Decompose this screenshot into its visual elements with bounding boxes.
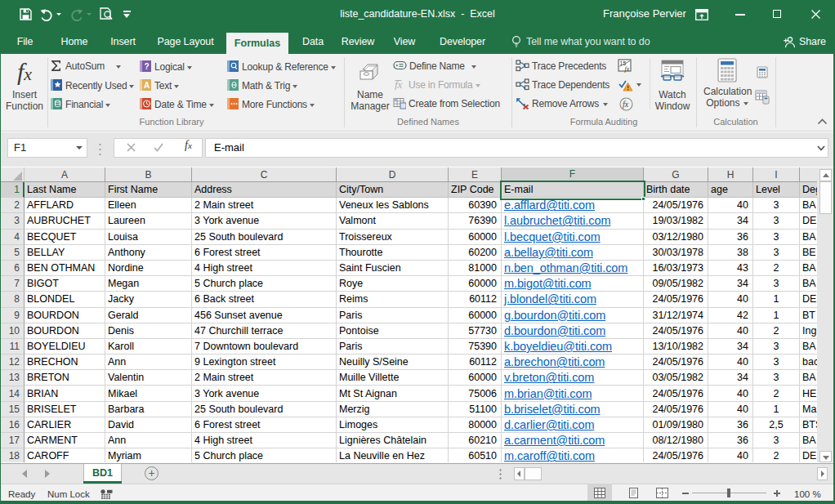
svg-text:fx: fx <box>623 100 629 109</box>
svg-text:A: A <box>144 81 150 90</box>
svg-text:?: ? <box>145 62 150 71</box>
svg-text:fx: fx <box>625 65 630 73</box>
